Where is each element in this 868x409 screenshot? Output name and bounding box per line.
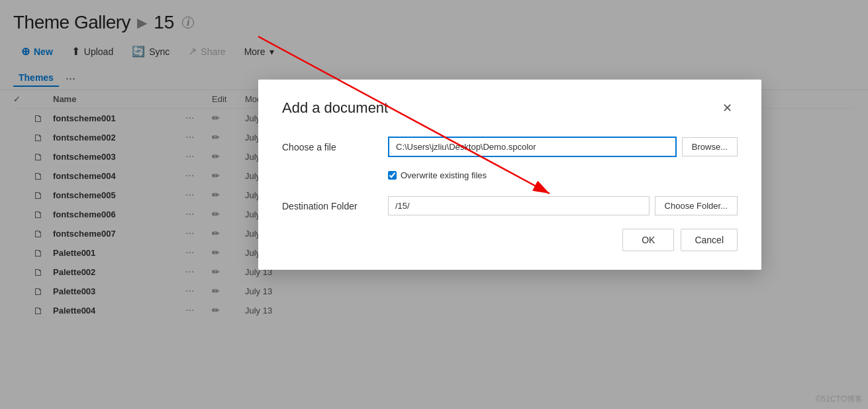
folder-path-input[interactable] <box>388 196 650 215</box>
choose-file-row: Choose a file Browse... <box>282 137 738 157</box>
destination-folder-label: Destination Folder <box>282 201 388 211</box>
file-path-input[interactable] <box>388 137 677 157</box>
choose-file-controls: Browse... <box>388 137 738 157</box>
dialog-close-button[interactable]: ✕ <box>717 98 738 118</box>
browse-button[interactable]: Browse... <box>682 137 738 156</box>
page-background: Theme Gallery ▶ 15 i ⊕ New ⬆ Upload 🔄 Sy… <box>0 0 868 409</box>
choose-file-label: Choose a file <box>282 142 388 152</box>
dialog-header: Add a document ✕ <box>282 98 738 118</box>
destination-folder-controls: Choose Folder... <box>388 196 738 215</box>
add-document-dialog: Add a document ✕ Choose a file Browse...… <box>258 80 761 270</box>
modal-overlay: Add a document ✕ Choose a file Browse...… <box>0 0 868 409</box>
overwrite-label: Overwrite existing files <box>401 170 487 180</box>
overwrite-checkbox[interactable] <box>388 171 397 180</box>
dialog-title: Add a document <box>282 99 388 117</box>
ok-button[interactable]: OK <box>622 229 674 251</box>
destination-folder-row: Destination Folder Choose Folder... <box>282 196 738 215</box>
overwrite-checkbox-row: Overwrite existing files <box>388 170 738 180</box>
choose-folder-button[interactable]: Choose Folder... <box>655 196 738 215</box>
cancel-button[interactable]: Cancel <box>681 229 738 251</box>
dialog-footer: OK Cancel <box>282 229 738 251</box>
watermark: ©51CTO博客 <box>816 394 863 405</box>
